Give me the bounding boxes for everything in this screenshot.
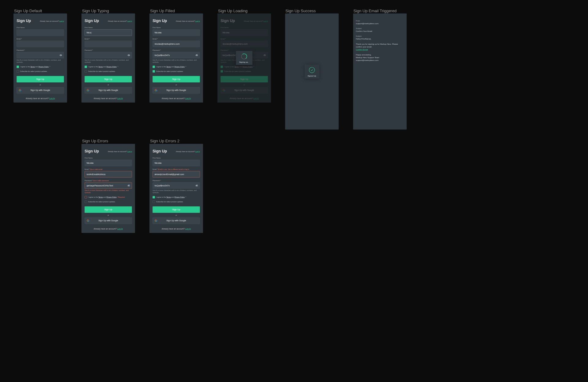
password-input[interactable] <box>85 52 132 58</box>
frame-title-errors: Sign Up Errors <box>82 139 108 143</box>
email-input[interactable] <box>85 41 132 47</box>
signup-google-button[interactable]: Sign Up with Google <box>153 217 200 224</box>
loading-overlay: Signing up... <box>217 13 271 103</box>
password-hint: Use 8 or more characters with a mix of l… <box>17 59 64 64</box>
toggle-password-icon[interactable] <box>127 184 130 187</box>
terms-link[interactable]: Terms <box>166 196 171 198</box>
toggle-password-icon[interactable] <box>195 53 198 57</box>
terms-link[interactable]: Terms <box>98 196 103 198</box>
loading-text: Signing up... <box>239 61 249 63</box>
bottom-already: Already have an account? <box>26 97 49 99</box>
signup-card-errors2: Sign Up Already have an account? Log In … <box>149 144 203 233</box>
login-link-bottom[interactable]: Log In <box>49 97 55 99</box>
password-input[interactable] <box>85 182 132 189</box>
subscribe-checkbox[interactable] <box>153 200 155 203</box>
frame-title-typing: Sign Up Typing <box>82 9 109 13</box>
signup-card-success: Signed Up <box>285 13 339 129</box>
subscribe-label: Subscribe for select product updates. <box>20 70 47 72</box>
email-input[interactable] <box>85 171 132 178</box>
signup-button[interactable]: Sign Up <box>153 76 200 82</box>
email-from-value: support@markuphero.com <box>356 22 404 25</box>
password-hint-error: Use 8 or more characters with a mix of l… <box>85 189 132 194</box>
email-error: *Email in use. Use a different email or … <box>157 168 190 170</box>
email-sig-3: support@markuphero.com <box>356 59 404 62</box>
first-name-input[interactable] <box>85 160 132 166</box>
confirm-email-link[interactable]: Confirm Email <box>356 48 368 51</box>
first-name-input[interactable] <box>153 29 200 36</box>
privacy-link[interactable]: Privacy Policy <box>175 196 185 198</box>
subscribe-checkbox[interactable] <box>17 70 19 73</box>
terms-link[interactable]: Terms <box>166 66 171 68</box>
signup-button[interactable]: Sign Up <box>85 206 132 213</box>
privacy-link[interactable]: Privacy Policy <box>39 66 49 68</box>
agree-checkbox[interactable] <box>17 66 19 68</box>
login-link-top[interactable]: Log In <box>195 20 200 22</box>
email-sig-1: Happy annotating, <box>356 54 404 56</box>
signup-card-filled: Sign Up Already have an account? Log In … <box>149 13 203 103</box>
email-card: From support@markuphero.com Subject Conf… <box>353 13 407 129</box>
toggle-password-icon[interactable] <box>195 184 198 187</box>
google-icon <box>86 89 89 92</box>
google-icon <box>154 219 157 222</box>
login-link-top[interactable]: Log In <box>59 20 64 22</box>
privacy-link[interactable]: Privacy Policy <box>175 66 185 68</box>
frame-title-errors2: Sign Up Errors 2 <box>150 139 179 143</box>
google-icon <box>86 219 89 222</box>
agree-checkbox[interactable] <box>153 66 155 68</box>
agree-checkbox[interactable] <box>153 196 155 198</box>
frame-title-filled: Sign Up Filled <box>150 9 175 13</box>
first-name-input[interactable] <box>17 29 64 36</box>
login-link-bottom[interactable]: Log In <box>117 228 123 230</box>
signup-google-button[interactable]: Sign Up with Google <box>153 87 200 93</box>
terms-link[interactable]: Terms <box>30 66 35 68</box>
toggle-password-icon[interactable] <box>59 53 62 57</box>
terms-link[interactable]: Terms <box>98 66 103 68</box>
login-link-bottom[interactable]: Log In <box>185 97 191 99</box>
frame-title-email: Sign Up Email Triggered <box>353 9 397 13</box>
email-subject-label: Subject <box>356 28 404 30</box>
label-first-name: First Name <box>17 27 24 28</box>
password-input[interactable] <box>17 52 64 58</box>
login-link-bottom[interactable]: Log In <box>117 97 123 99</box>
label-password: Password * <box>17 49 25 51</box>
login-link-top[interactable]: Log In <box>195 150 200 152</box>
signup-button[interactable]: Sign Up <box>153 206 200 213</box>
email-subject-value: Confirm Your Email <box>356 30 404 33</box>
email-body: Thank you for signing up for Markup Hero… <box>356 43 404 48</box>
first-name-input[interactable] <box>85 29 132 36</box>
signup-card-default: Sign Up Already have an account? Log In … <box>13 13 67 103</box>
privacy-link[interactable]: Privacy Policy <box>107 196 117 198</box>
signup-google-button[interactable]: Sign Up with Google <box>85 87 132 93</box>
privacy-link[interactable]: Privacy Policy <box>107 66 117 68</box>
signup-google-button[interactable]: Sign Up with Google <box>85 217 132 224</box>
signup-google-button[interactable]: Sign Up with Google <box>17 87 64 93</box>
login-link-bottom[interactable]: Log In <box>185 228 191 230</box>
password-input[interactable] <box>153 182 200 189</box>
subscribe-checkbox[interactable] <box>85 200 87 203</box>
google-icon <box>154 89 157 92</box>
or-divider: or <box>17 84 64 86</box>
success-check-icon <box>309 67 315 73</box>
password-input[interactable] <box>153 52 200 58</box>
email-from-label: From <box>356 20 404 22</box>
signup-card-errors: Sign Up Already have an account? Log In … <box>81 144 135 233</box>
login-link-top[interactable]: Log In <box>127 150 132 152</box>
email-body-label: Subject <box>356 35 404 38</box>
agree-checkbox[interactable] <box>85 196 87 198</box>
toggle-password-icon[interactable] <box>127 53 130 57</box>
email-input[interactable] <box>17 41 64 47</box>
signup-card-loading: Sign Up Already have an account? Log In … <box>217 13 271 103</box>
subscribe-checkbox[interactable] <box>85 70 87 73</box>
agree-checkbox[interactable] <box>85 66 87 68</box>
signup-button[interactable]: Sign Up <box>85 76 132 82</box>
success-text: Signed Up <box>308 75 316 77</box>
subscribe-checkbox[interactable] <box>153 70 155 73</box>
signup-button[interactable]: Sign Up <box>17 76 64 82</box>
first-name-input[interactable] <box>153 160 200 166</box>
email-input[interactable] <box>153 41 200 47</box>
email-greeting: Hello{ FirstName}, <box>356 38 404 40</box>
agree-required-error: . *Required <box>117 196 125 198</box>
email-input[interactable] <box>153 171 200 178</box>
login-link-top[interactable]: Log In <box>127 20 132 22</box>
frame-title-success: Sign Up Success <box>285 9 316 13</box>
